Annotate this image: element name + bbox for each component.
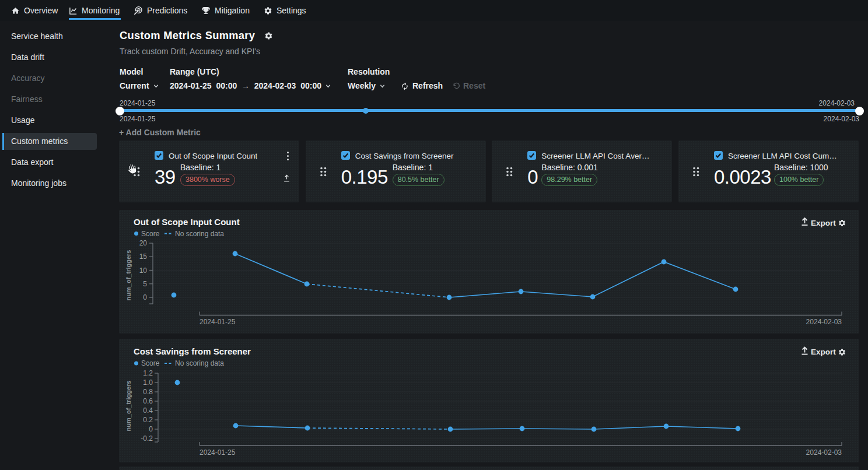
svg-text:5: 5 <box>143 280 147 288</box>
svg-text:2024-01-25: 2024-01-25 <box>200 318 236 326</box>
svg-text:0: 0 <box>149 425 153 433</box>
svg-text:No scoring data: No scoring data <box>175 359 224 367</box>
svg-text:No scoring data: No scoring data <box>175 230 224 238</box>
svg-text:Out of Scope Input Count: Out of Scope Input Count <box>134 217 240 227</box>
svg-text:0.6: 0.6 <box>143 397 153 405</box>
svg-text:0.2: 0.2 <box>143 416 153 424</box>
svg-text:0.8: 0.8 <box>143 388 153 396</box>
svg-text:-0.2: -0.2 <box>141 434 153 443</box>
svg-text:Score: Score <box>141 230 160 238</box>
svg-text:2024-01-25: 2024-01-25 <box>200 448 236 457</box>
svg-text:Export: Export <box>811 348 836 356</box>
svg-text:15: 15 <box>139 252 148 261</box>
svg-text:2024-02-03: 2024-02-03 <box>806 448 842 457</box>
svg-text:20: 20 <box>139 239 148 247</box>
svg-text:0.4: 0.4 <box>143 406 153 415</box>
svg-text:1.0: 1.0 <box>143 378 153 387</box>
svg-text:num_of_triggers: num_of_triggers <box>125 250 132 301</box>
svg-text:Cost Savings from Screener: Cost Savings from Screener <box>134 346 251 356</box>
svg-text:0: 0 <box>143 293 147 301</box>
svg-text:10: 10 <box>139 266 148 275</box>
svg-text:2024-02-03: 2024-02-03 <box>806 318 842 326</box>
svg-text:Score: Score <box>141 359 160 367</box>
svg-text:num_of_triggers: num_of_triggers <box>125 381 132 432</box>
svg-text:Export: Export <box>811 219 836 227</box>
svg-text:1.2: 1.2 <box>143 369 153 377</box>
